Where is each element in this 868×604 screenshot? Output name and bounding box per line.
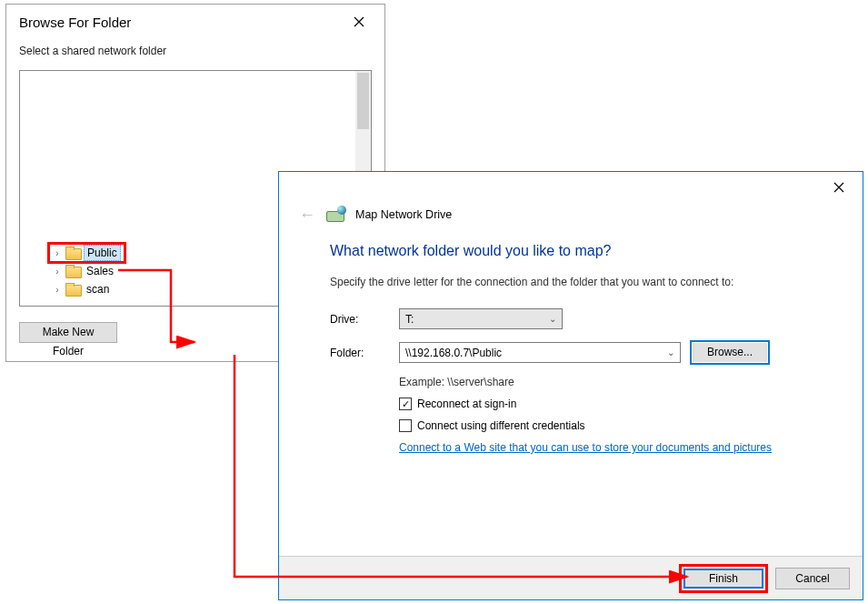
browse-title-text: Browse For Folder — [19, 15, 131, 30]
drive-select-value: T: — [405, 313, 414, 326]
map-titlebar — [279, 172, 863, 203]
tree-item-label: Sales — [84, 264, 116, 278]
browse-button-highlight: Browse... — [690, 340, 770, 365]
connect-website-link[interactable]: Connect to a Web site that you can use t… — [399, 441, 812, 454]
cancel-button[interactable]: Cancel — [775, 568, 850, 589]
tree-item-scan[interactable]: › scan — [49, 280, 125, 298]
finish-button[interactable]: Finish — [683, 569, 763, 589]
map-footer: Finish Cancel — [279, 556, 863, 599]
scrollbar-thumb[interactable] — [357, 73, 369, 129]
tree-item-sales[interactable]: › Sales — [49, 262, 125, 280]
close-icon[interactable] — [344, 12, 374, 32]
back-arrow-icon[interactable]: ← — [299, 206, 315, 225]
chevron-right-icon[interactable]: › — [53, 285, 62, 294]
chevron-right-icon[interactable]: › — [53, 267, 62, 276]
reconnect-checkbox-row[interactable]: ✓ Reconnect at sign-in — [399, 398, 812, 410]
folder-combobox-value: \\192.168.0.7\Public — [405, 347, 502, 359]
map-description: Specify the drive letter for the connect… — [330, 276, 812, 288]
tree-item-public[interactable]: › Public — [49, 244, 125, 262]
chevron-down-icon: ⌄ — [667, 347, 674, 357]
folder-icon — [65, 247, 80, 259]
example-text: Example: \\server\share — [399, 376, 812, 388]
browse-titlebar: Browse For Folder — [6, 5, 384, 39]
drive-select[interactable]: T: ⌄ — [399, 308, 563, 329]
map-network-drive-dialog: ← Map Network Drive What network folder … — [278, 171, 863, 600]
tree-item-label: Public — [84, 245, 121, 261]
chevron-right-icon[interactable]: › — [53, 248, 62, 257]
reconnect-label: Reconnect at sign-in — [417, 398, 516, 410]
chevron-down-icon: ⌄ — [549, 314, 556, 324]
map-heading: What network folder would you like to ma… — [330, 243, 812, 259]
checkbox-checked-icon[interactable]: ✓ — [399, 398, 412, 410]
browse-instruction: Select a shared network folder — [6, 39, 384, 70]
folder-icon — [65, 265, 80, 277]
diff-credentials-label: Connect using different credentials — [417, 419, 585, 432]
folder-icon — [65, 283, 80, 296]
folder-label: Folder: — [330, 347, 399, 359]
drive-label: Drive: — [330, 313, 399, 326]
close-icon[interactable] — [821, 176, 857, 198]
browse-button[interactable]: Browse... — [693, 343, 767, 362]
finish-button-highlight: Finish — [679, 564, 768, 593]
tree-item-label: scan — [84, 282, 112, 297]
checkbox-unchecked-icon[interactable] — [399, 419, 412, 432]
make-new-folder-button[interactable]: Make New Folder — [19, 322, 117, 343]
diff-credentials-checkbox-row[interactable]: Connect using different credentials — [399, 419, 812, 432]
map-title-text: Map Network Drive — [355, 208, 452, 221]
folder-combobox[interactable]: \\192.168.0.7\Public ⌄ — [399, 342, 681, 363]
network-drive-icon — [326, 207, 344, 222]
